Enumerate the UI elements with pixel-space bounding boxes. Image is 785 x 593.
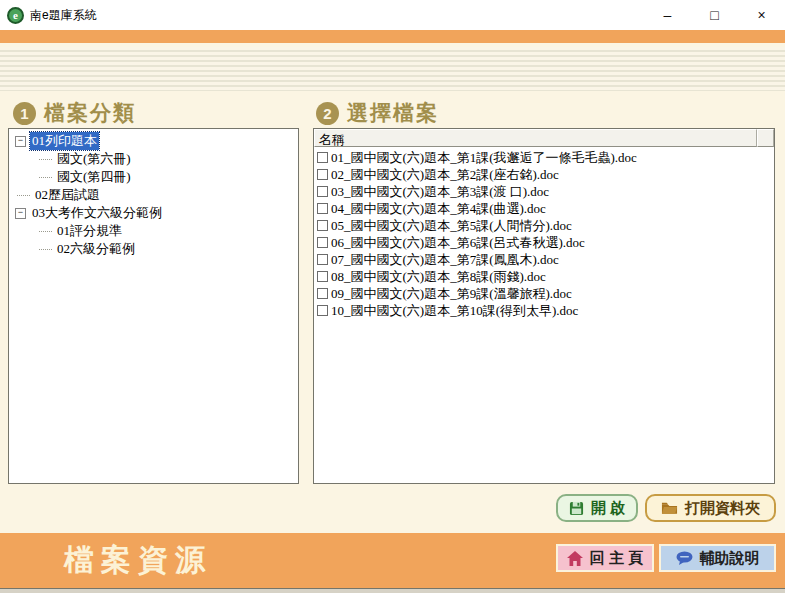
titlebar: e 南e題庫系統 – □ × [0, 0, 785, 30]
tree-item[interactable]: 02六級分範例 [11, 240, 296, 258]
file-row[interactable]: 10_國中國文(六)題本_第10課(得到太早).doc [317, 302, 774, 319]
column-header-extra[interactable] [757, 129, 774, 147]
open-file-icon [569, 501, 584, 516]
file-name[interactable]: 09_國中國文(六)題本_第9課(溫馨旅程).doc [331, 285, 572, 303]
section-title-selection: 選擇檔案 [347, 99, 439, 127]
home-button-label: 回 主 頁 [590, 549, 643, 568]
tree-collapse-icon[interactable]: − [15, 136, 26, 147]
file-list: 名稱 01_國中國文(六)題本_第1課(我邂逅了一條毛毛蟲).doc 02_國中… [313, 128, 775, 484]
help-button[interactable]: 輔助說明 [659, 544, 776, 572]
file-list-header: 名稱 [314, 129, 774, 147]
file-checkbox[interactable] [317, 254, 328, 265]
open-folder-button[interactable]: 打開資料夾 [645, 494, 776, 522]
tree-guide-line [39, 159, 52, 160]
tree-item[interactable]: 國文(第六冊) [11, 150, 296, 168]
file-row[interactable]: 05_國中國文(六)題本_第5課(人間情分).doc [317, 217, 774, 234]
file-row[interactable]: 06_國中國文(六)題本_第6課(呂式春秋選).doc [317, 234, 774, 251]
tree-item[interactable]: 02歷屆試題 [11, 186, 296, 204]
file-name[interactable]: 08_國中國文(六)題本_第8課(雨錢).doc [331, 268, 546, 286]
window-bottom-edge [0, 588, 785, 593]
speech-bubble-icon [676, 551, 693, 565]
section-title-classification: 檔案分類 [44, 99, 136, 127]
file-checkbox[interactable] [317, 305, 328, 316]
help-button-label: 輔助說明 [700, 549, 760, 568]
tree-item[interactable]: 國文(第四冊) [11, 168, 296, 186]
open-button[interactable]: 開 啟 [556, 494, 638, 522]
tree-guide-line [17, 195, 30, 196]
tree-item[interactable]: − 01列印題本 [11, 132, 296, 150]
tree-item-label[interactable]: 國文(第四冊) [55, 168, 133, 186]
file-checkbox[interactable] [317, 169, 328, 180]
file-rows: 01_國中國文(六)題本_第1課(我邂逅了一條毛毛蟲).doc 02_國中國文(… [314, 147, 774, 319]
close-button[interactable]: × [738, 0, 785, 30]
file-checkbox[interactable] [317, 186, 328, 197]
minimize-button[interactable]: – [644, 0, 691, 30]
file-row[interactable]: 01_國中國文(六)題本_第1課(我邂逅了一條毛毛蟲).doc [317, 149, 774, 166]
step-1-badge: 1 [13, 102, 36, 125]
header-accent-bar [0, 30, 785, 43]
app-window: e 南e題庫系統 – □ × 1 檔案分類 2 選擇檔案 − 01列印題本 國文… [0, 0, 785, 593]
tree-item-label[interactable]: 01評分規準 [55, 222, 124, 240]
tree-collapse-icon[interactable]: − [15, 208, 26, 219]
tree-guide-line [39, 249, 52, 250]
open-button-label: 開 啟 [591, 499, 625, 518]
open-folder-button-label: 打開資料夾 [685, 499, 760, 518]
tree-item-label[interactable]: 01列印題本 [30, 132, 99, 150]
file-row[interactable]: 07_國中國文(六)題本_第7課(鳳凰木).doc [317, 251, 774, 268]
file-name[interactable]: 10_國中國文(六)題本_第10課(得到太早).doc [331, 302, 578, 320]
file-checkbox[interactable] [317, 288, 328, 299]
tree-item-label[interactable]: 02歷屆試題 [33, 186, 102, 204]
window-title: 南e題庫系統 [30, 7, 97, 24]
step-2-badge: 2 [316, 102, 339, 125]
file-row[interactable]: 08_國中國文(六)題本_第8課(雨錢).doc [317, 268, 774, 285]
maximize-button[interactable]: □ [691, 0, 738, 30]
file-row[interactable]: 09_國中國文(六)題本_第9課(溫馨旅程).doc [317, 285, 774, 302]
folder-icon [661, 501, 678, 515]
tree-item-label[interactable]: 02六級分範例 [55, 240, 137, 258]
file-name[interactable]: 02_國中國文(六)題本_第2課(座右銘).doc [331, 166, 559, 184]
app-logo-icon: e [7, 7, 24, 24]
file-row[interactable]: 03_國中國文(六)題本_第3課(渡 口).doc [317, 183, 774, 200]
file-name[interactable]: 03_國中國文(六)題本_第3課(渡 口).doc [331, 183, 549, 201]
file-name[interactable]: 04_國中國文(六)題本_第4課(曲選).doc [331, 200, 546, 218]
header-stripes-decoration [0, 47, 785, 91]
tree-item[interactable]: 01評分規準 [11, 222, 296, 240]
section-heading-classification: 1 檔案分類 [13, 99, 136, 127]
home-icon [567, 551, 583, 566]
tree-guide-line [39, 177, 52, 178]
tree-item-label[interactable]: 國文(第六冊) [55, 150, 133, 168]
tree-item-label[interactable]: 03大考作文六級分範例 [30, 204, 164, 222]
page-title: 檔案資源 [64, 540, 212, 581]
file-checkbox[interactable] [317, 203, 328, 214]
category-tree: − 01列印題本 國文(第六冊) 國文(第四冊) 02歷屆試題 − 03大考作文… [8, 128, 299, 484]
file-name[interactable]: 06_國中國文(六)題本_第6課(呂式春秋選).doc [331, 234, 585, 252]
window-controls: – □ × [644, 0, 785, 30]
file-row[interactable]: 02_國中國文(六)題本_第2課(座右銘).doc [317, 166, 774, 183]
file-checkbox[interactable] [317, 220, 328, 231]
section-heading-selection: 2 選擇檔案 [316, 99, 439, 127]
file-name[interactable]: 07_國中國文(六)題本_第7課(鳳凰木).doc [331, 251, 559, 269]
home-button[interactable]: 回 主 頁 [556, 544, 654, 572]
file-checkbox[interactable] [317, 237, 328, 248]
tree-guide-line [39, 231, 52, 232]
file-row[interactable]: 04_國中國文(六)題本_第4課(曲選).doc [317, 200, 774, 217]
file-name[interactable]: 05_國中國文(六)題本_第5課(人間情分).doc [331, 217, 572, 235]
tree-item[interactable]: − 03大考作文六級分範例 [11, 204, 296, 222]
file-checkbox[interactable] [317, 152, 328, 163]
column-header-name[interactable]: 名稱 [314, 129, 757, 147]
file-name[interactable]: 01_國中國文(六)題本_第1課(我邂逅了一條毛毛蟲).doc [331, 149, 637, 167]
file-checkbox[interactable] [317, 271, 328, 282]
